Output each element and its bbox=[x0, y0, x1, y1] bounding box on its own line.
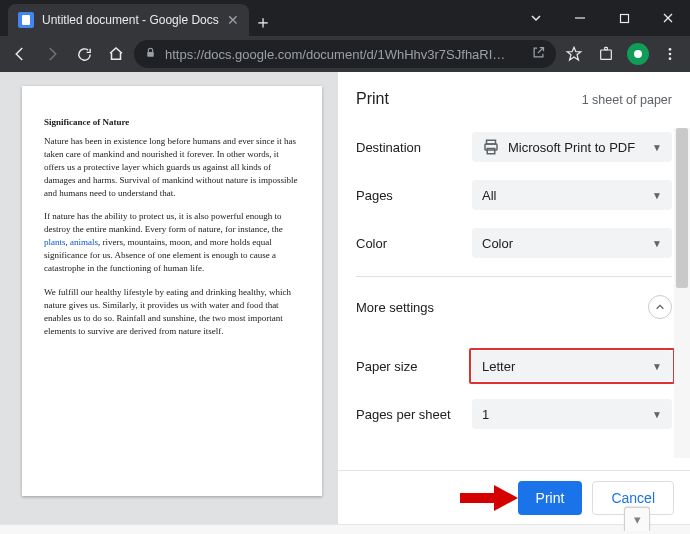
chevron-down-icon[interactable] bbox=[514, 3, 558, 33]
reload-button[interactable] bbox=[70, 40, 98, 68]
tab-title: Untitled document - Google Docs bbox=[42, 13, 219, 27]
browser-tab[interactable]: Untitled document - Google Docs ✕ bbox=[8, 4, 249, 36]
docs-favicon-icon bbox=[18, 12, 34, 28]
print-dialog: Significance of Nature Nature has been i… bbox=[0, 72, 690, 524]
minimize-button[interactable] bbox=[558, 3, 602, 33]
printer-icon bbox=[482, 138, 500, 156]
row-pages-per-sheet: Pages per sheet 1 ▼ bbox=[356, 399, 672, 429]
home-button[interactable] bbox=[102, 40, 130, 68]
highlight-annotation: Letter ▼ bbox=[469, 348, 675, 384]
color-select[interactable]: Color ▼ bbox=[472, 228, 672, 258]
arrow-annotation-icon bbox=[458, 483, 518, 513]
row-pages: Pages All ▼ bbox=[356, 180, 672, 210]
panel-scrollbar[interactable] bbox=[674, 128, 690, 458]
window-titlebar: Untitled document - Google Docs ✕ ＋ bbox=[0, 0, 690, 36]
doc-link-plants: plants bbox=[44, 237, 66, 247]
back-button[interactable] bbox=[6, 40, 34, 68]
chevron-down-icon: ▼ bbox=[652, 190, 662, 201]
label-pages-per-sheet: Pages per sheet bbox=[356, 407, 472, 422]
pages-value: All bbox=[482, 188, 644, 203]
tab-close-icon[interactable]: ✕ bbox=[227, 13, 239, 27]
svg-rect-1 bbox=[620, 14, 628, 22]
svg-point-8 bbox=[669, 48, 672, 51]
forward-button[interactable] bbox=[38, 40, 66, 68]
pages-per-sheet-value: 1 bbox=[482, 407, 644, 422]
doc-paragraph-1: Nature has been in existence long before… bbox=[44, 135, 300, 200]
svg-point-10 bbox=[669, 57, 672, 60]
label-paper-size: Paper size bbox=[356, 359, 472, 374]
maximize-button[interactable] bbox=[602, 3, 646, 33]
window-controls bbox=[514, 0, 690, 36]
lock-icon bbox=[144, 46, 157, 62]
browser-menu-button[interactable] bbox=[656, 40, 684, 68]
star-bookmark-icon[interactable] bbox=[560, 40, 588, 68]
svg-rect-6 bbox=[605, 47, 608, 50]
destination-select[interactable]: Microsoft Print to PDF ▼ bbox=[472, 132, 672, 162]
svg-rect-5 bbox=[601, 50, 612, 59]
extension-badge[interactable] bbox=[624, 40, 652, 68]
browser-bottom-bar: ▾ bbox=[0, 524, 690, 534]
url-text: https://docs.google.com/document/d/1WhHh… bbox=[165, 47, 523, 62]
divider bbox=[356, 276, 672, 277]
address-bar[interactable]: https://docs.google.com/document/d/1WhHh… bbox=[134, 40, 556, 68]
chevron-down-icon: ▼ bbox=[652, 142, 662, 153]
close-window-button[interactable] bbox=[646, 3, 690, 33]
svg-rect-4 bbox=[147, 52, 154, 57]
extension-icon bbox=[627, 43, 649, 65]
row-destination: Destination Microsoft Print to PDF ▼ bbox=[356, 132, 672, 162]
doc-paragraph-2: If nature has the ability to protect us,… bbox=[44, 210, 300, 275]
chevron-down-icon: ▼ bbox=[652, 409, 662, 420]
paper-size-select[interactable]: Letter ▼ bbox=[472, 351, 672, 381]
chevron-up-icon bbox=[648, 295, 672, 319]
extensions-icon[interactable] bbox=[592, 40, 620, 68]
doc-heading: Significance of Nature bbox=[44, 116, 300, 129]
print-button[interactable]: Print bbox=[518, 481, 583, 515]
browser-toolbar: https://docs.google.com/document/d/1WhHh… bbox=[0, 36, 690, 72]
print-settings-panel: Print 1 sheet of paper Destination Micro… bbox=[338, 72, 690, 524]
svg-point-7 bbox=[634, 50, 642, 58]
chevron-down-icon: ▼ bbox=[652, 238, 662, 249]
color-value: Color bbox=[482, 236, 644, 251]
more-settings-toggle[interactable]: More settings bbox=[356, 295, 672, 319]
share-icon[interactable] bbox=[531, 45, 546, 63]
print-title: Print bbox=[356, 90, 389, 108]
document-preview: Significance of Nature Nature has been i… bbox=[22, 86, 322, 496]
new-tab-button[interactable]: ＋ bbox=[249, 8, 277, 36]
label-pages: Pages bbox=[356, 188, 472, 203]
pages-per-sheet-select[interactable]: 1 ▼ bbox=[472, 399, 672, 429]
row-color: Color Color ▼ bbox=[356, 228, 672, 258]
chevron-down-icon: ▼ bbox=[652, 361, 662, 372]
pages-select[interactable]: All ▼ bbox=[472, 180, 672, 210]
row-paper-size: Paper size Letter ▼ bbox=[356, 351, 672, 381]
label-destination: Destination bbox=[356, 140, 472, 155]
paper-size-value: Letter bbox=[482, 359, 644, 374]
downloads-indicator-icon[interactable]: ▾ bbox=[624, 507, 650, 531]
destination-value: Microsoft Print to PDF bbox=[508, 140, 644, 155]
doc-link-animals: animals bbox=[70, 237, 98, 247]
svg-point-9 bbox=[669, 53, 672, 56]
label-color: Color bbox=[356, 236, 472, 251]
scrollbar-thumb[interactable] bbox=[676, 128, 688, 288]
svg-marker-15 bbox=[494, 485, 518, 511]
sheet-count: 1 sheet of paper bbox=[582, 93, 672, 107]
doc-paragraph-3: We fulfill our healthy lifestyle by eati… bbox=[44, 286, 300, 338]
print-preview-pane: Significance of Nature Nature has been i… bbox=[0, 72, 338, 524]
more-settings-label: More settings bbox=[356, 300, 434, 315]
